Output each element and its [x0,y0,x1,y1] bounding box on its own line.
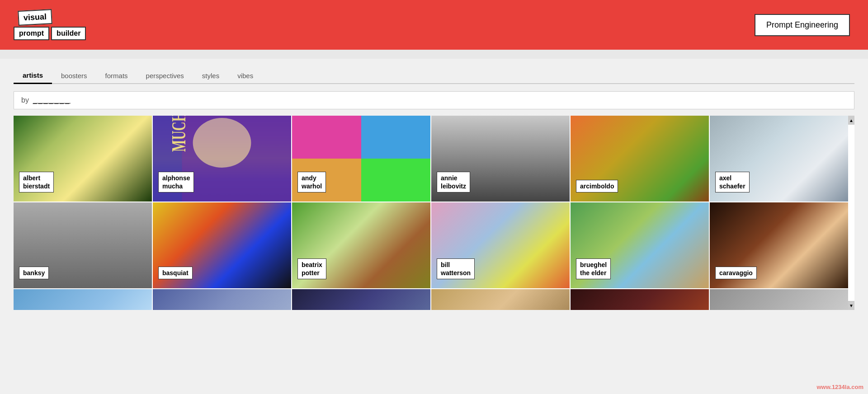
gallery-item-brueghel[interactable]: brueghelthe elder [571,202,709,288]
gallery-item-caravaggio[interactable]: caravaggio [710,202,848,288]
gallery-item-albert-bierstadt[interactable]: albertbierstadt [14,116,152,202]
tab-nav: artists boosters formats perspectives st… [14,68,854,84]
tab-styles[interactable]: styles [193,68,228,83]
artist-label: caravaggio [715,267,757,279]
tab-artists[interactable]: artists [14,68,52,84]
gallery-item-arcimboldo[interactable]: arcimboldo [571,116,709,202]
artist-label: albertbierstadt [19,172,54,192]
artist-label: beatrixpotter [297,258,326,279]
search-underline: _______ [33,96,71,104]
gallery-wrapper: albertbierstadt MUCHA alphonsemucha [14,116,854,310]
gallery-item-axel-schaefer[interactable]: axelschaefer [710,116,848,202]
app-header: visual prompt builder Prompt Engineering [0,0,868,50]
sub-header [0,50,868,59]
tab-formats[interactable]: formats [96,68,137,83]
logo-prompt: prompt [14,27,49,40]
gallery-item-row3-3[interactable] [292,289,430,310]
gallery-item-beatrix-potter[interactable]: beatrixpotter [292,202,430,288]
tab-boosters[interactable]: boosters [52,68,96,83]
gallery-item-row3-2[interactable] [153,289,291,310]
gallery-item-andy-warhol[interactable]: andywarhol [292,116,430,202]
svg-text:MUCHA: MUCHA [168,116,190,152]
artist-label: alphonsemucha [158,172,194,192]
gallery-item-basquiat[interactable]: basquiat [153,202,291,288]
scrollbar-up-arrow[interactable]: ▲ [848,116,854,125]
search-bar[interactable]: by _______ [14,91,854,109]
artist-label: basquiat [158,267,193,279]
gallery-item-row3-1[interactable] [14,289,152,310]
artist-label: axelschaefer [715,172,750,192]
logo-visual: visual [18,9,52,26]
artist-label: annieleibovitz [437,172,470,192]
logo-area: visual prompt builder [14,10,86,40]
search-prefix: by [21,96,33,104]
gallery-item-alphonse-mucha[interactable]: MUCHA alphonsemucha [153,116,291,202]
artist-label: brueghelthe elder [576,258,611,279]
prompt-engineering-button[interactable]: Prompt Engineering [755,14,850,36]
gallery-item-bill-watterson[interactable]: billwatterson [431,202,570,288]
logo-builder: builder [51,27,86,40]
tab-vibes[interactable]: vibes [228,68,262,83]
artist-label: andywarhol [297,172,326,192]
main-content: artists boosters formats perspectives st… [0,59,868,319]
artist-label: arcimboldo [576,180,618,192]
svg-point-1 [193,118,251,168]
gallery-grid: albertbierstadt MUCHA alphonsemucha [14,116,854,310]
gallery-item-row3-5[interactable] [571,289,709,310]
gallery-item-row3-4[interactable] [431,289,570,310]
tab-perspectives[interactable]: perspectives [137,68,193,83]
artist-label: banksy [19,267,49,279]
artist-label: billwatterson [437,258,475,279]
gallery-item-banksy[interactable]: banksy [14,202,152,288]
gallery-item-annie-leibovitz[interactable]: annieleibovitz [431,116,570,202]
gallery-item-row3-6[interactable] [710,289,848,310]
scrollbar-down-arrow[interactable]: ▼ [848,301,854,310]
